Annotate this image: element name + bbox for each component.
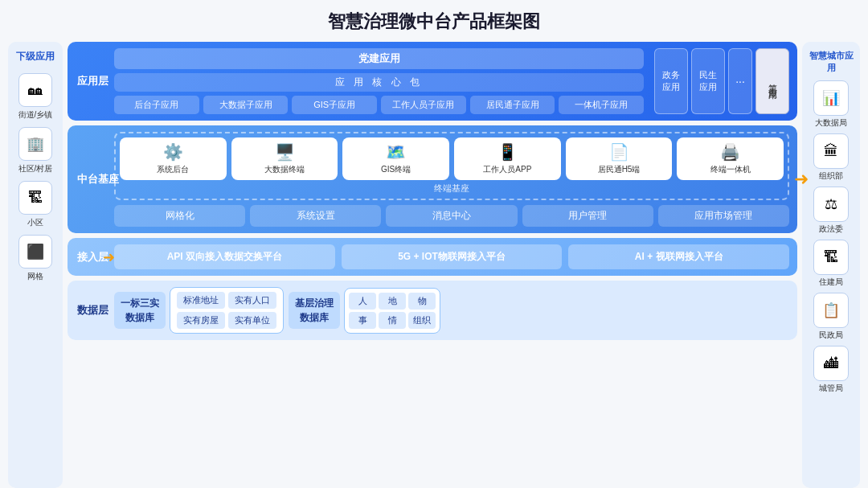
terminal-label-2: GIS终端 <box>381 164 411 175</box>
party-app-bar: 党建应用 <box>114 48 644 69</box>
standard-db-label: 一标三实 数据库 <box>114 292 166 329</box>
sub-app-0: 后台子应用 <box>114 96 199 114</box>
std-cell-2: 实有房屋 <box>177 312 225 329</box>
sub-app-3: 工作人员子应用 <box>381 96 466 114</box>
right-app-box-1: 民生 应用 <box>691 48 725 114</box>
terminal-card-1: 🖥️ 大数据终端 <box>231 137 338 180</box>
construction-bureau-label: 住建局 <box>819 277 843 288</box>
terminal-label-4: 居民通H5端 <box>598 164 641 175</box>
terminal-label-1: 大数据终端 <box>264 164 305 175</box>
std-cell-0: 标准地址 <box>177 292 225 309</box>
access-layer: 接入层 API 双向接入数据交换平台 5G + IOT物联网接入平台 AI + … <box>68 238 797 276</box>
right-sidebar-title: 智慧城市应用 <box>805 50 857 74</box>
terminal-base-label: 终端基座 <box>120 182 784 195</box>
district-label: 小区 <box>27 217 43 228</box>
terminal-row: ⚙️ 系统后台 🖥️ 大数据终端 🗺️ GIS终端 📱 <box>120 137 784 180</box>
app-layer: 应用层 党建应用 应 用 核 心 包 后台子应用 大数据子应用 GIS子应用 工… <box>68 42 797 121</box>
base-governance-section: 基层治理 数据库 人 地 物 事 情 组织 <box>289 287 440 334</box>
justice-committee-icon: ⚖ <box>813 187 849 222</box>
grid-cell-1: 地 <box>379 293 406 310</box>
page-title: 智慧治理微中台产品框架图 <box>328 10 540 34</box>
grid-icon: ⬛ <box>18 235 52 269</box>
right-app-box-0: 政务 应用 <box>654 48 688 114</box>
grid-cell-0: 人 <box>349 293 376 310</box>
gis-terminal-icon: 🗺️ <box>386 142 406 162</box>
base-item-3: 用户管理 <box>522 205 653 227</box>
data-layer-inner: 一标三实 数据库 标准地址 实有人口 实有房屋 实有单位 基层治理 <box>114 287 789 334</box>
base-item-2: 消息中心 <box>386 205 517 227</box>
worker-app-icon: 📱 <box>497 142 518 162</box>
governance-grid: 人 地 物 事 情 组织 <box>344 288 440 334</box>
std-cell-1: 实有人口 <box>228 292 276 309</box>
standard-db-section: 一标三实 数据库 标准地址 实有人口 实有房屋 实有单位 <box>114 287 284 334</box>
bigdata-bureau-icon: 📊 <box>813 80 849 116</box>
base-governance-label: 基层治理 数据库 <box>289 292 340 329</box>
right-sidebar-item-4: 📋 民政局 <box>813 293 849 341</box>
sidebar-item-street: 🏘 街道/乡镇 <box>18 73 53 121</box>
right-app-boxes: 政务 应用 民生 应用 ··· 第三方应用 <box>654 48 789 114</box>
right-sidebar-item-1: 🏛 组织部 <box>813 133 849 182</box>
resident-h5-icon: 📄 <box>609 142 629 162</box>
middle-layer-inner: ⚙️ 系统后台 🖥️ 大数据终端 🗺️ GIS终端 📱 <box>114 132 789 227</box>
sub-app-5: 一体机子应用 <box>559 96 644 114</box>
system-backend-icon: ⚙️ <box>163 142 183 162</box>
access-left-arrow: ➜ <box>103 248 115 266</box>
access-item-2: AI + 视联网接入平台 <box>568 244 789 269</box>
std-cell-3: 实有单位 <box>228 312 276 329</box>
core-pkg-bar: 应 用 核 心 包 <box>114 73 644 92</box>
grid-cell-2: 物 <box>408 293 436 310</box>
urban-management-icon: 🏙 <box>813 346 849 381</box>
community-label: 社区/村居 <box>18 163 53 174</box>
terminal-card-2: 🗺️ GIS终端 <box>342 137 449 180</box>
sidebar-item-grid: ⬛ 网格 <box>18 235 52 282</box>
sub-app-4: 居民通子应用 <box>470 96 555 114</box>
base-item-4: 应用市场管理 <box>658 205 789 227</box>
org-dept-label: 组织部 <box>819 170 843 182</box>
grid-label: 网格 <box>27 271 43 282</box>
sidebar-item-district: 🏗 小区 <box>18 181 52 228</box>
all-in-one-icon: 🖨️ <box>720 142 740 162</box>
access-item-0: API 双向接入数据交换平台 <box>114 244 335 269</box>
sub-apps-row: 后台子应用 大数据子应用 GIS子应用 工作人员子应用 居民通子应用 一体机子应… <box>114 96 644 114</box>
terminal-card-4: 📄 居民通H5端 <box>566 137 673 180</box>
justice-committee-label: 政法委 <box>819 223 843 235</box>
main-wrapper: 下级应用 🏘 街道/乡镇 🏢 社区/村居 🏗 小区 ⬛ 网格 应用层 党建应用 <box>8 42 860 488</box>
std-row-2: 实有房屋 实有单位 <box>177 312 276 329</box>
district-icon: 🏗 <box>18 181 52 215</box>
grid-cell-4: 情 <box>379 312 406 329</box>
grid-cell-5: 组织 <box>408 312 436 329</box>
street-icon: 🏘 <box>18 73 52 107</box>
right-sidebar-item-3: 🏗 住建局 <box>813 240 849 288</box>
sub-app-1: 大数据子应用 <box>203 96 289 114</box>
access-layer-inner: API 双向接入数据交换平台 5G + IOT物联网接入平台 AI + 视联网接… <box>114 244 789 269</box>
data-layer: 数据层 一标三实 数据库 标准地址 实有人口 实有房屋 实有单位 <box>68 281 797 340</box>
app-layer-title: 应用层 <box>77 74 108 88</box>
dots-box: ··· <box>728 48 752 114</box>
right-sidebar-item-2: ⚖ 政法委 <box>813 187 849 235</box>
standard-db-box: 标准地址 实有人口 实有房屋 实有单位 <box>170 287 284 334</box>
civil-affairs-icon: 📋 <box>813 293 849 328</box>
civil-affairs-label: 民政局 <box>819 330 843 341</box>
left-sidebar: 下级应用 🏘 街道/乡镇 🏢 社区/村居 🏗 小区 ⬛ 网格 <box>8 42 63 488</box>
base-row: 网格化 系统设置 消息中心 用户管理 应用市场管理 <box>114 205 789 227</box>
middle-layer: 中台基座 ⚙️ 系统后台 🖥️ 大数据终端 🗺️ <box>68 125 797 233</box>
community-icon: 🏢 <box>18 127 52 161</box>
access-item-1: 5G + IOT物联网接入平台 <box>342 244 563 269</box>
main-content: 应用层 党建应用 应 用 核 心 包 后台子应用 大数据子应用 GIS子应用 工… <box>68 42 797 488</box>
right-sidebar-item-5: 🏙 城管局 <box>813 346 849 394</box>
urban-management-label: 城管局 <box>819 383 843 394</box>
sub-app-2: GIS子应用 <box>292 96 377 114</box>
street-label: 街道/乡镇 <box>18 109 53 121</box>
construction-bureau-icon: 🏗 <box>813 240 849 275</box>
right-sidebar-item-0: 📊 大数据局 <box>813 80 849 129</box>
base-item-0: 网格化 <box>114 205 245 227</box>
right-sidebar: 智慧城市应用 📊 大数据局 🏛 组织部 ⚖ 政法委 🏗 住建局 📋 民政局 🏙 … <box>802 42 860 488</box>
middle-layer-title: 中台基座 <box>77 172 119 187</box>
terminal-label-3: 工作人员APP <box>483 164 531 175</box>
grid-cell-3: 事 <box>349 312 376 329</box>
org-dept-icon: 🏛 <box>813 133 849 169</box>
sidebar-item-community: 🏢 社区/村居 <box>18 127 53 174</box>
terminal-label-5: 终端一体机 <box>710 164 751 175</box>
data-layer-title: 数据层 <box>77 303 108 318</box>
bigdata-terminal-icon: 🖥️ <box>275 142 295 162</box>
